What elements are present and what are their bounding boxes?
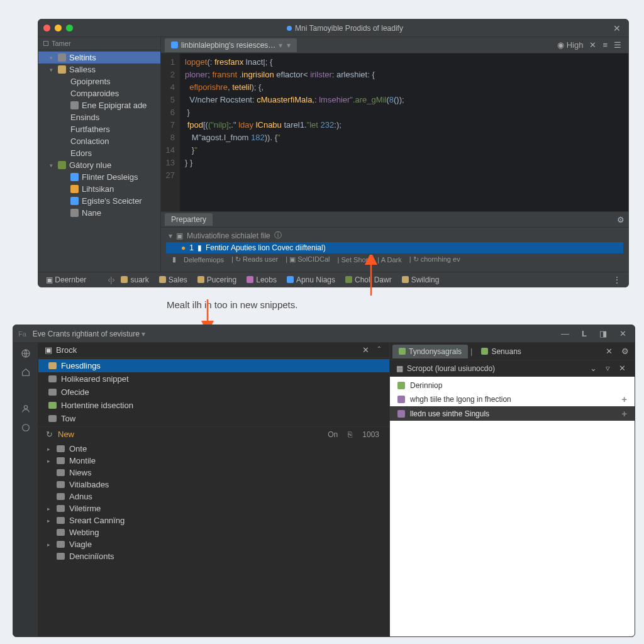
tab-gear-icon[interactable]: ⚙ — [618, 347, 632, 356]
tree-item[interactable]: Edors — [38, 147, 160, 159]
snippets-column: Tyndonysagrals | Senuans ✕ ⚙ ▦Scropot (l… — [389, 343, 635, 636]
file-row[interactable]: Hortentine idsection — [38, 399, 389, 412]
svg-point-6 — [22, 425, 29, 431]
snippet-row[interactable]: Derinniop — [390, 379, 635, 392]
panel-gear-icon[interactable]: ⚙ — [617, 215, 625, 225]
new-tool-3[interactable]: 1003 — [360, 430, 382, 439]
rail-accounts-icon[interactable] — [19, 402, 33, 416]
snippets-tab-2[interactable]: Senuans — [475, 345, 527, 358]
sub-row[interactable]: ▸Onte — [38, 443, 389, 455]
tree-item[interactable]: ▾Salless — [38, 64, 160, 75]
status-item[interactable]: Choll Dawr — [341, 274, 396, 286]
sub-row[interactable]: ▸Viagle — [38, 538, 389, 550]
problems-tab[interactable]: Prepartery — [165, 213, 213, 226]
traffic-lights — [43, 25, 73, 31]
tree-item[interactable]: Ensinds — [38, 111, 160, 123]
tree-item[interactable]: Flinter Desleigs — [38, 171, 160, 183]
sub-row[interactable]: Vitialbades — [38, 479, 389, 491]
tree-item[interactable]: Lihtsikan — [38, 183, 160, 195]
severity-indicator[interactable]: ◉ High — [554, 40, 586, 50]
title-icon — [287, 26, 292, 31]
line-gutter: 1245678141327 — [161, 53, 180, 211]
tree-item[interactable]: Egiste's Sceicter — [38, 195, 160, 207]
tab-more-icon[interactable]: ≡ — [599, 40, 611, 50]
rail-circle-icon[interactable] — [19, 421, 33, 435]
explorer-close-icon[interactable]: ✕ — [360, 345, 372, 355]
tree-item[interactable]: Nane — [38, 207, 160, 219]
scope-chevron-icon[interactable]: ⌄ — [587, 364, 599, 373]
problems-tool[interactable]: | ▣ SolCIDCal — [283, 255, 332, 264]
close-icon[interactable]: ✕ — [616, 329, 630, 338]
status-item[interactable]: suark — [117, 274, 152, 286]
file-row[interactable]: Ofecide — [38, 386, 389, 399]
scope-close-icon[interactable]: ✕ — [616, 364, 628, 373]
scope-filter-icon[interactable]: ▿ — [603, 364, 613, 373]
new-tool-1[interactable]: On — [325, 430, 340, 439]
code-editor[interactable]: 1245678141327 lopget(: fresfanx lnact|; … — [161, 53, 628, 211]
minimize-dot[interactable] — [55, 25, 62, 31]
file-row[interactable]: Holikeared snippet — [38, 372, 389, 386]
ide-window-bottom: Fa Eve Crants rightiant of sevisture ▾ —… — [13, 325, 635, 637]
problems-issue-row[interactable]: ●1▮Fentior Aputies lion Covec diiftenial… — [166, 242, 623, 253]
rail-home-icon[interactable] — [19, 365, 33, 379]
problems-file-row[interactable]: ▾▣Mutivatiofine sichialet fileⓘ — [166, 229, 623, 242]
project-tree: ▾Seltints▾SallessGpoiprentsComparoidesEn… — [38, 50, 160, 220]
tree-item[interactable]: Conlaction — [38, 135, 160, 147]
sub-row[interactable]: ▸Sreart Cannïng — [38, 514, 389, 526]
tree-item[interactable]: Comparoides — [38, 87, 160, 99]
status-item[interactable]: Swilding — [398, 274, 443, 286]
rail-globe-icon[interactable] — [19, 347, 33, 360]
tree-item[interactable]: Gpoiprents — [38, 75, 160, 87]
tab-close-icon[interactable]: ✕ — [602, 347, 616, 356]
status-item[interactable]: Pucering — [194, 274, 240, 286]
tab-close-icon[interactable]: ✕ — [586, 40, 599, 50]
new-tool-2[interactable]: ⎘ — [345, 430, 355, 439]
close-dot[interactable] — [43, 25, 50, 31]
tree-item[interactable]: ▾Seltints — [38, 52, 160, 64]
sub-row[interactable]: ▸Viletirme — [38, 502, 389, 514]
status-item[interactable]: Apnu Niags — [283, 274, 339, 286]
snippets-tab-1[interactable]: Tyndonysagrals — [392, 345, 468, 358]
maximize-dot[interactable] — [66, 25, 73, 31]
window-title: Mni Tamoyible Prodids of leadify — [79, 24, 611, 33]
window-close-x[interactable]: ✕ — [611, 23, 623, 33]
explorer-collapse-icon[interactable]: ˆ — [375, 345, 383, 355]
problems-tool[interactable]: | A Dark — [375, 255, 404, 264]
explorer-header: ▣Brock ✕ ˆ — [38, 343, 389, 358]
tree-item[interactable]: ▾Gátory nlue — [38, 159, 160, 171]
editor-tabbar: linbinlalepbing's resiesces…▾▾ ◉ High ✕ … — [161, 37, 628, 53]
file-icon — [171, 42, 178, 48]
activity-rail — [13, 343, 38, 636]
snippet-row[interactable]: whgh tiile the lgong in fhection+ — [390, 392, 635, 406]
status-more-icon[interactable]: ⋮ — [609, 274, 625, 286]
explorer-column: ▣Brock ✕ ˆ FuesdlingsHolikeared snippetO… — [38, 343, 389, 636]
restore-icon[interactable]: L — [579, 329, 590, 338]
status-item[interactable]: ▣ Deernber — [42, 274, 90, 286]
sub-row[interactable]: Webting — [38, 526, 389, 538]
tree-item[interactable]: Ene Epipigrat ade — [38, 99, 160, 111]
tree-item[interactable]: Furtfathers — [38, 123, 160, 135]
minimize-icon[interactable]: — — [558, 329, 572, 338]
code-content[interactable]: lopget(: fresfanx lnact|; {ploner; frans… — [180, 53, 628, 211]
status-item[interactable]: Leobs — [243, 274, 280, 286]
sub-row[interactable]: Niews — [38, 467, 389, 479]
sub-row[interactable]: Denciniïonts — [38, 550, 389, 562]
new-header[interactable]: ↻New On ⎘ 1003 — [38, 427, 389, 441]
sub-row[interactable]: Adnus — [38, 491, 389, 502]
problems-tool[interactable]: Deleffemiops — [181, 255, 226, 264]
layout-icon[interactable]: ◨ — [596, 329, 610, 338]
status-item[interactable]: Sales — [155, 274, 191, 286]
problems-tool[interactable]: | ↻ Reads user — [229, 255, 280, 264]
snippets-list: Derinniopwhgh tiile the lgong in fhectio… — [390, 377, 635, 636]
problems-toolbar: ▮Deleffemiops| ↻ Reads user| ▣ SolCIDCal… — [166, 253, 623, 265]
file-row[interactable]: Fuesdlings — [38, 359, 389, 372]
problems-tool[interactable]: | ↻ chornhing ev — [407, 255, 463, 264]
problems-tool[interactable]: | Set Short — [335, 255, 373, 264]
svg-point-5 — [24, 406, 27, 409]
editor-tab[interactable]: linbinlalepbing's resiesces…▾▾ — [165, 38, 297, 52]
titlebar: Fa Eve Crants rightiant of sevisture ▾ —… — [13, 325, 635, 343]
tab-menu-icon[interactable]: ☰ — [611, 40, 625, 50]
file-row[interactable]: Tow — [38, 412, 389, 425]
snippet-row[interactable]: lledn use sinthe Singuls+ — [390, 406, 635, 421]
sub-row[interactable]: ▸Montile — [38, 455, 389, 467]
